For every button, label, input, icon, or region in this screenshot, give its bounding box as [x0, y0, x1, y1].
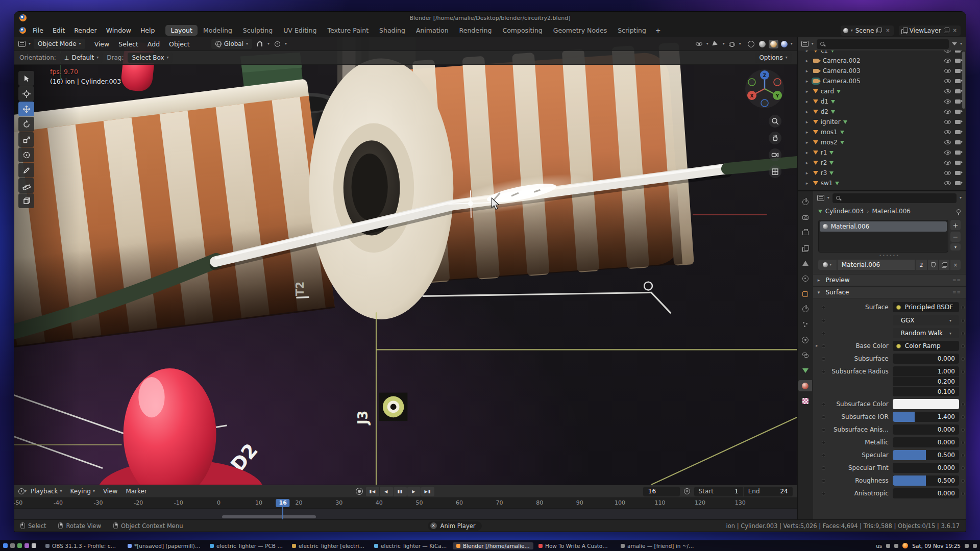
frame-start-field[interactable]: Start1: [694, 487, 743, 496]
firefox-tray-icon[interactable]: [902, 543, 908, 548]
pan-hand-icon[interactable]: [769, 132, 781, 144]
current-frame-field[interactable]: 16: [643, 487, 680, 496]
shading-solid[interactable]: [757, 39, 768, 49]
tab-world[interactable]: [798, 273, 812, 284]
anim-player-badge[interactable]: ✕ Anim Player: [428, 521, 482, 531]
expand-caret-icon[interactable]: ▸: [806, 79, 811, 84]
disable-in-renders-icon[interactable]: [955, 59, 961, 63]
value-field[interactable]: 0.200: [893, 377, 959, 386]
expand-caret-icon[interactable]: ▸: [806, 99, 811, 104]
snap-toggle[interactable]: [255, 39, 265, 49]
auto-keying-toggle[interactable]: [356, 488, 363, 495]
proportional-options-chevron[interactable]: ▾: [285, 42, 287, 46]
menu-render[interactable]: Render: [69, 25, 102, 36]
add-slot-button[interactable]: +: [950, 220, 961, 230]
expand-caret-icon[interactable]: ▸: [806, 119, 811, 124]
clock[interactable]: Sat, 09 Nov 19:25: [912, 543, 961, 549]
disable-in-renders-icon[interactable]: [955, 140, 961, 144]
gizmo-z-neg[interactable]: [761, 99, 768, 107]
slider-field[interactable]: 0.500: [893, 450, 959, 460]
disable-in-renders-icon[interactable]: [955, 171, 961, 175]
tray-icon[interactable]: [973, 544, 977, 548]
duplicate-material-button[interactable]: [939, 260, 949, 270]
menu-window[interactable]: Window: [102, 25, 136, 36]
outliner-row[interactable]: ▸r3: [798, 168, 966, 178]
dropdown-field[interactable]: GGX▾: [893, 315, 959, 325]
disable-in-renders-icon[interactable]: [955, 79, 961, 83]
remove-slot-button[interactable]: −: [950, 232, 961, 242]
disable-in-renders-icon[interactable]: [955, 110, 961, 114]
node-field[interactable]: Color Ramp: [893, 341, 959, 351]
new-viewlayer-icon[interactable]: [944, 28, 949, 33]
expand-caret-icon[interactable]: ▸: [806, 130, 811, 135]
launcher-icon[interactable]: [32, 543, 36, 548]
slider-field[interactable]: 0.000: [893, 488, 959, 498]
jump-to-start-button[interactable]: ▮◀: [366, 487, 379, 496]
outliner-row[interactable]: ▸mos1: [798, 127, 966, 137]
snap-options-chevron[interactable]: ▾: [267, 42, 270, 46]
hide-in-viewport-icon[interactable]: [944, 51, 951, 53]
slider-field[interactable]: 0.000: [893, 424, 959, 435]
tool-add-primitive[interactable]: [18, 193, 34, 208]
workspace-tab-animation[interactable]: Animation: [411, 25, 454, 36]
viewport-menu-view[interactable]: View: [90, 39, 114, 49]
blender-menu-icon[interactable]: [19, 27, 26, 34]
shading-material[interactable]: [769, 40, 778, 48]
expand-caret-icon[interactable]: ▸: [806, 150, 811, 155]
pause-button[interactable]: ▮▮: [394, 487, 407, 496]
hide-in-viewport-icon[interactable]: [944, 59, 951, 63]
fake-user-button[interactable]: [928, 260, 938, 270]
outliner-row[interactable]: ▸sw1: [798, 178, 966, 188]
pin-icon[interactable]: [957, 209, 961, 213]
titlebar[interactable]: Blender [/home/amalie/Desktop/blender/ci…: [14, 12, 966, 24]
tab-particles[interactable]: [798, 319, 812, 330]
tool-annotate[interactable]: [18, 163, 34, 178]
jump-to-end-button[interactable]: ▶▮: [421, 487, 434, 496]
launcher-icon[interactable]: [17, 543, 22, 548]
tab-tool[interactable]: [798, 196, 812, 208]
cancel-icon[interactable]: ✕: [430, 522, 437, 529]
timeline-editor[interactable]: ▾ Playback▾ Keying▾ View Marker ▮◀ ◀ ▮▮ …: [14, 485, 797, 519]
outliner-row[interactable]: ▸Camera.002: [798, 56, 966, 66]
hide-in-viewport-icon[interactable]: [944, 110, 951, 114]
material-users-button[interactable]: 2: [916, 260, 927, 270]
workspace-tab-sculpting[interactable]: Sculpting: [238, 25, 278, 36]
menu-view[interactable]: View: [99, 487, 121, 496]
expand-caret-icon[interactable]: ▸: [806, 160, 811, 165]
viewport-3d-scene[interactable]: T2: [14, 37, 797, 485]
overlays-toggle[interactable]: [727, 39, 737, 49]
expand-caret-icon[interactable]: ▸: [806, 140, 811, 145]
camera-view-icon[interactable]: [769, 148, 781, 161]
menu-help[interactable]: Help: [136, 25, 160, 36]
disable-in-renders-icon[interactable]: [955, 89, 961, 93]
hide-in-viewport-icon[interactable]: [944, 140, 951, 144]
launcher-icon[interactable]: [24, 543, 29, 548]
hide-in-viewport-icon[interactable]: [944, 69, 951, 73]
hide-in-viewport-icon[interactable]: [944, 171, 951, 175]
slider-field[interactable]: 1.400: [893, 412, 959, 422]
tab-texture[interactable]: [798, 395, 812, 407]
menu-playback[interactable]: Playback▾: [27, 487, 66, 496]
hide-in-viewport-icon[interactable]: [944, 161, 951, 165]
taskbar-window-button[interactable]: electric_lighter — PCB Editor: [206, 542, 287, 549]
use-preview-range-icon[interactable]: [684, 488, 690, 494]
tray-icon[interactable]: [965, 544, 969, 548]
tab-object[interactable]: [798, 288, 812, 299]
menu-keying[interactable]: Keying▾: [66, 487, 99, 496]
timeline-body[interactable]: -50-40-30-20-100102030405060708090100110…: [14, 498, 797, 519]
close-icon[interactable]: ×: [952, 28, 958, 33]
navigation-gizmo[interactable]: Z X Y: [745, 69, 785, 109]
material-name-field[interactable]: Material.006: [838, 260, 915, 270]
expand-caret-icon[interactable]: ▸: [806, 109, 811, 114]
disable-in-renders-icon[interactable]: [955, 151, 961, 155]
viewport-3d[interactable]: T2: [14, 37, 797, 485]
hide-in-viewport-icon[interactable]: [944, 181, 951, 185]
timeline-track[interactable]: [14, 509, 797, 519]
tool-scale[interactable]: [18, 132, 34, 147]
timeline-scrollbar[interactable]: [222, 515, 316, 518]
disable-in-renders-icon[interactable]: [955, 181, 961, 185]
slider-field[interactable]: 0.000: [893, 354, 959, 364]
next-keyframe-button[interactable]: ▶: [407, 487, 421, 496]
tool-rotate[interactable]: [18, 117, 34, 132]
prev-keyframe-button[interactable]: ◀: [380, 487, 393, 496]
